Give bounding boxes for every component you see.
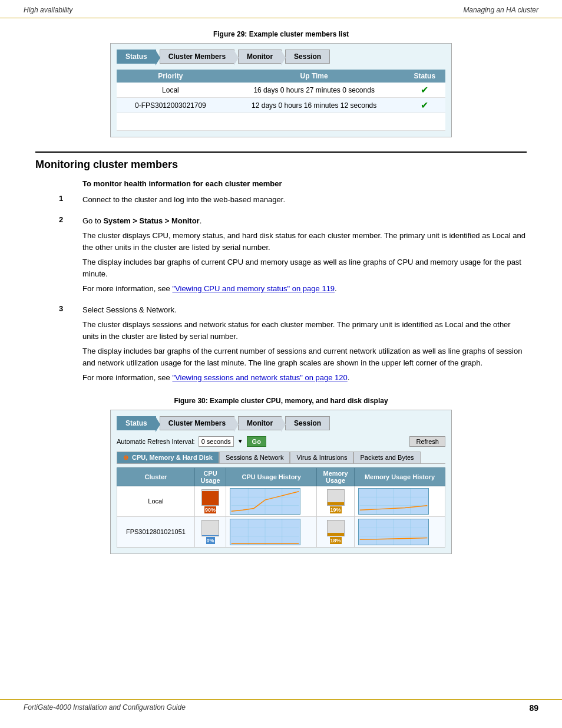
fig30-tab-arrow: [156, 417, 160, 432]
subtab-packets[interactable]: Packets and Bytes: [353, 452, 420, 463]
mon-cpu-local: 90%: [194, 486, 226, 516]
para-2-3: For more information, see "Viewing CPU a…: [82, 283, 527, 295]
header-left: High availability: [24, 6, 72, 14]
cpu-bar-wrapper-fps: [201, 520, 219, 536]
refresh-bar: Automatic Refresh Interval: ▼ Go Refresh: [117, 436, 445, 447]
item-content-1: Connect to the cluster and log into the …: [82, 194, 527, 209]
cpu-usage-fps: 0%: [199, 520, 222, 544]
tab-status-label: Status: [125, 52, 147, 61]
fig30-tab-cluster-members[interactable]: Cluster Members: [160, 416, 234, 430]
cpu-bar-local: [202, 491, 219, 505]
mon-cpu-hist-fps: [226, 516, 317, 547]
mon-col-memory-usage: MemoryUsage: [317, 467, 355, 486]
mem-history-svg-local: [359, 489, 428, 514]
mon-cluster-local: Local: [117, 486, 195, 516]
item-intro-2: Go to System > Status > Monitor.: [82, 215, 527, 227]
figure29-tab-bar: Status Cluster Members Monitor Session: [117, 50, 445, 64]
subtab-virus[interactable]: Virus & Intrusions: [290, 452, 353, 463]
link-3[interactable]: "Viewing sessions and network status" on…: [172, 373, 347, 382]
fig30-tab-status[interactable]: Status: [117, 416, 156, 430]
mon-col-memory-history: Memory Usage History: [355, 467, 445, 486]
footer-left: FortiGate-4000 Installation and Configur…: [24, 703, 186, 713]
check-icon2: ✔: [421, 100, 428, 110]
page-footer: FortiGate-4000 Installation and Configur…: [0, 699, 562, 716]
go-button[interactable]: Go: [247, 436, 266, 447]
table-row: Local 16 days 0 hours 27 minutes 0 secon…: [117, 83, 445, 98]
mon-cluster-fps: FPS3012801021051: [117, 516, 195, 547]
figure30-caption: Figure 30: Example cluster CPU, memory, …: [35, 397, 527, 405]
fig30-tab-monitor[interactable]: Monitor: [238, 416, 282, 430]
tab-monitor[interactable]: Monitor: [238, 50, 282, 64]
mon-mem-fps: 18%: [317, 516, 355, 547]
text-after-2: .: [200, 216, 202, 225]
fig30-tab-monitor-label: Monitor: [247, 419, 273, 427]
tab-arrow3: [281, 50, 286, 65]
mem-bar-wrapper-fps: [327, 520, 345, 536]
tab-cluster-members[interactable]: Cluster Members: [160, 50, 234, 64]
item-content-3: Select Sessions & Network. The cluster d…: [82, 304, 527, 387]
mon-mem-hist-local: [355, 486, 445, 516]
cpu-history-svg-fps: [230, 519, 300, 545]
figure29-caption: Figure 29: Example cluster members list: [35, 30, 527, 38]
list-item-1: 1 Connect to the cluster and log into th…: [59, 194, 527, 209]
link-2[interactable]: "Viewing CPU and memory status" on page …: [172, 284, 335, 293]
priority-node2: 0-FPS3012003021709: [117, 98, 224, 113]
col-status: Status: [404, 70, 445, 83]
subtab-cpu-label: CPU, Memory & Hard Disk: [132, 454, 213, 461]
mem-usage-fps: 18%: [320, 520, 351, 544]
uptime-node2: 12 days 0 hours 16 minutes 12 seconds: [224, 98, 404, 113]
page-header: High availability Managing an HA cluster: [0, 0, 562, 18]
refresh-input[interactable]: [199, 436, 234, 447]
mem-bar-wrapper-local: [327, 489, 345, 506]
check-icon: ✔: [421, 85, 428, 95]
bold-text-2: System > Status > Monitor: [103, 216, 199, 225]
fig30-tab-session[interactable]: Session: [285, 416, 330, 430]
mon-mem-hist-fps: [355, 516, 445, 547]
mem-history-fps: [358, 519, 429, 545]
tab-session[interactable]: Session: [285, 50, 330, 64]
subtab-sessions-label: Sessions & Network: [226, 454, 283, 461]
monitor-table: Cluster CPUUsage CPU Usage History Memor…: [117, 467, 445, 548]
cpu-history-svg-local: [230, 489, 300, 514]
tab-status[interactable]: Status: [117, 50, 156, 64]
dropdown-icon[interactable]: ▼: [237, 438, 243, 444]
tab-cluster-members-label: Cluster Members: [168, 52, 226, 61]
cpu-history-fps: [230, 519, 300, 545]
cpu-bar-fps: [202, 535, 219, 536]
list-item-2: 2 Go to System > Status > Monitor. The c…: [59, 215, 527, 298]
text-before-2: Go to: [82, 216, 103, 225]
tab-arrow: [156, 50, 160, 65]
item-text-1: Connect to the cluster and log into the …: [82, 194, 527, 206]
table-row: 0-FPS3012003021709 12 days 0 hours 16 mi…: [117, 98, 445, 113]
para-2-2: The display includes bar graphs of curre…: [82, 256, 527, 279]
mon-cpu-hist-local: [226, 486, 317, 516]
fig30-tab-status-label: Status: [125, 419, 147, 427]
subtab-icon: ⊕: [123, 454, 128, 461]
refresh-label: Automatic Refresh Interval:: [117, 438, 195, 445]
status-local: ✔: [404, 83, 445, 98]
sub-tab-bar: ⊕ CPU, Memory & Hard Disk Sessions & Net…: [117, 452, 445, 464]
item-content-2: Go to System > Status > Monitor. The clu…: [82, 215, 527, 298]
col-priority: Priority: [117, 70, 224, 83]
status-node2: ✔: [404, 98, 445, 113]
uptime-local: 16 days 0 hours 27 minutes 0 seconds: [224, 83, 404, 98]
para-3-1: The cluster displays sessions and networ…: [82, 319, 527, 342]
refresh-button[interactable]: Refresh: [409, 436, 445, 447]
mem-bar-fps: [328, 533, 344, 536]
table-row-empty: [117, 113, 445, 131]
fig30-tab-arrow2: [234, 417, 239, 432]
mon-cpu-fps: 0%: [194, 516, 226, 547]
cpu-bar-wrapper-local: [201, 489, 219, 506]
mem-bar-local: [328, 502, 344, 505]
section-heading: Monitoring cluster members: [35, 151, 527, 171]
figure30-mockup: Status Cluster Members Monitor Session A…: [110, 410, 452, 554]
item-num-2: 2: [59, 215, 82, 224]
subtab-sessions[interactable]: Sessions & Network: [219, 452, 290, 463]
tab-session-label: Session: [294, 52, 321, 61]
monitor-row-fps: FPS3012801021051 0%: [117, 516, 445, 547]
para-3-3: For more information, see "Viewing sessi…: [82, 372, 527, 384]
header-right: Managing an HA cluster: [463, 6, 538, 14]
mon-mem-local: 19%: [317, 486, 355, 516]
col-uptime: Up Time: [224, 70, 404, 83]
subtab-cpu-memory[interactable]: ⊕ CPU, Memory & Hard Disk: [117, 452, 219, 463]
